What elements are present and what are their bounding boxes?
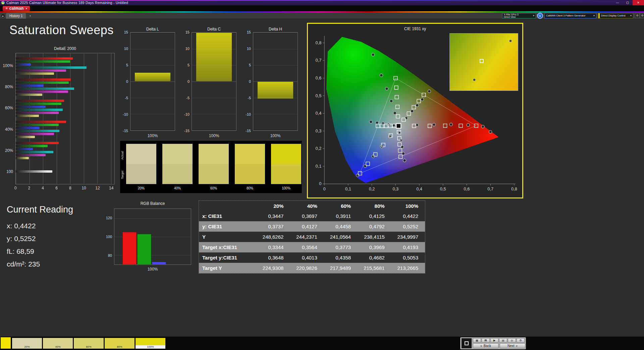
target-swatch <box>199 164 229 184</box>
pattern-swatch-80%[interactable]: 80% <box>105 338 135 349</box>
next-button[interactable]: Next » <box>500 343 525 348</box>
target-swatch <box>162 164 193 184</box>
chevron-down-icon: ▾ <box>533 14 534 17</box>
gridline <box>130 98 175 98</box>
cie-zoom-inset <box>449 33 518 91</box>
deltae-bar-green <box>16 103 61 105</box>
minimize-button[interactable]: — <box>612 0 623 5</box>
pattern-window-button[interactable]: ▦ <box>473 338 481 343</box>
calman-logo-menu[interactable]: ✳ calman ▾ <box>3 6 30 11</box>
window-title: Calman 2025 Calman Ultimate for Business… <box>6 1 128 5</box>
svg-text:0,7: 0,7 <box>316 58 322 63</box>
deltae-bar-red <box>16 57 73 60</box>
svg-text:0,6: 0,6 <box>316 75 322 80</box>
table-column-header: 60% <box>324 203 358 209</box>
reading-cdm2: cd/m²: 235 <box>7 258 107 271</box>
y-tick-label: -10 <box>246 112 251 116</box>
close-button[interactable]: ✕ <box>633 0 644 5</box>
tab-history-1[interactable]: History 1 <box>6 13 26 19</box>
gridline <box>253 98 298 98</box>
svg-text:0,5: 0,5 <box>316 93 322 98</box>
play-button[interactable]: ▶ <box>490 338 498 343</box>
x-tick-label: 2 <box>28 186 30 190</box>
chart-title: Delta H <box>253 27 298 32</box>
svg-text:0: 0 <box>319 181 321 186</box>
column-label: 80% <box>235 186 265 190</box>
blue-bar <box>152 262 166 265</box>
deltae-bar-green <box>16 124 59 126</box>
chart-title: DeltaE 2000 <box>15 46 115 51</box>
pattern-swatch-100%[interactable]: 100% <box>136 338 165 349</box>
table-value: 0,4792 <box>358 224 391 229</box>
group-label: 40% <box>2 119 15 140</box>
settings-button[interactable]: ⚙ <box>517 338 525 343</box>
deltae-bar-blue <box>16 127 40 129</box>
chart-title: Delta C <box>192 27 236 32</box>
y-axis: 151050-5-10-15 <box>120 32 129 131</box>
x-axis-label: 100% <box>192 133 236 138</box>
y-tick-label: 5 <box>126 63 128 67</box>
table-value: 238,4115 <box>358 234 391 240</box>
red-bar <box>122 232 137 265</box>
target-swatch <box>271 164 301 184</box>
gridline <box>192 130 236 131</box>
current-reading-title: Current Reading <box>7 205 107 215</box>
pattern-swatch-20%[interactable]: 20% <box>12 338 42 349</box>
y-tick-label: -5 <box>125 96 128 100</box>
maximize-button[interactable]: ▢ <box>623 0 633 5</box>
delta-h-chart: Delta H 151050-5-10-15 100% <box>243 27 300 141</box>
cie-1931-panel: CIE 1931 xy <box>307 23 523 198</box>
pattern-swatch-60%[interactable]: 60% <box>74 338 104 349</box>
back-button[interactable]: « Back <box>473 343 498 348</box>
main-content: Saturation Sweeps DeltaE 2000 100%80%60%… <box>0 19 644 337</box>
deltae-bar-cyan <box>16 151 53 153</box>
svg-text:0,3: 0,3 <box>316 128 322 133</box>
expand-button[interactable]: ⬒ <box>482 338 490 343</box>
display-control-selector[interactable]: Direct Display Control ▾ <box>598 13 633 18</box>
x-axis-label: 100% <box>253 133 298 138</box>
svg-text:0,1: 0,1 <box>345 186 351 191</box>
table-column-header: 80% <box>358 203 391 209</box>
x-axis-label: 100% <box>114 267 191 272</box>
meter-selector[interactable]: X-Rite i1Pro 3 Direct View ▾ <box>502 13 536 18</box>
table-value: 217,9489 <box>324 265 358 271</box>
plot-area <box>130 32 175 131</box>
table-value: 0,3344 <box>257 244 290 250</box>
pattern-window-preview[interactable] <box>462 338 472 348</box>
deltae-bar-cyan <box>16 130 59 132</box>
gridline <box>130 114 175 114</box>
table-value: 0,3737 <box>257 224 290 229</box>
pattern-generator-selector[interactable]: CalMAN Client 3 Pattern Generator ▾ <box>544 13 596 18</box>
calman-star-icon: ✳ <box>5 7 8 10</box>
table-row: Target x:CIE310,33440,35640,37730,39690,… <box>199 242 425 252</box>
swatch-label: 100% <box>136 345 165 349</box>
y-tick-label: -10 <box>123 112 128 116</box>
table-value: 0,4422 <box>391 213 425 219</box>
xrite-logo-badge[interactable]: x <box>537 13 543 19</box>
table-row: y: CIE310,37370,41270,44580,47920,5252 <box>199 221 425 232</box>
tab-scroll-button[interactable]: ▶ <box>1 13 5 18</box>
green-bar <box>137 234 151 265</box>
measurement-point <box>402 152 405 155</box>
settings-icon[interactable]: ⚙ <box>640 13 644 18</box>
gear-icon[interactable]: ⚙ <box>635 13 640 18</box>
row-label: Target x:CIE31 <box>199 244 257 250</box>
gridline <box>130 65 175 65</box>
delta-h-bar <box>257 81 293 99</box>
bar-group <box>16 161 114 182</box>
measurement-point <box>401 145 404 149</box>
table-value: 0,4125 <box>358 213 391 219</box>
pattern-swatch-40%[interactable]: 40% <box>43 338 73 349</box>
chart-title: RGB Balance <box>114 201 191 206</box>
list-button[interactable]: ▤ <box>499 338 507 343</box>
tab-dropdown-icon[interactable]: ▾ <box>30 14 31 17</box>
target-button[interactable]: ◎ <box>508 338 516 343</box>
table-value: 248,6262 <box>257 234 290 240</box>
column-label: 40% <box>162 186 193 190</box>
table-value: 0,4127 <box>290 224 324 229</box>
svg-text:0,2: 0,2 <box>369 186 375 191</box>
svg-text:0,4: 0,4 <box>316 111 322 116</box>
gridline <box>253 65 298 65</box>
measurement-point <box>416 104 419 107</box>
chevron-down-icon: ▾ <box>630 14 632 17</box>
